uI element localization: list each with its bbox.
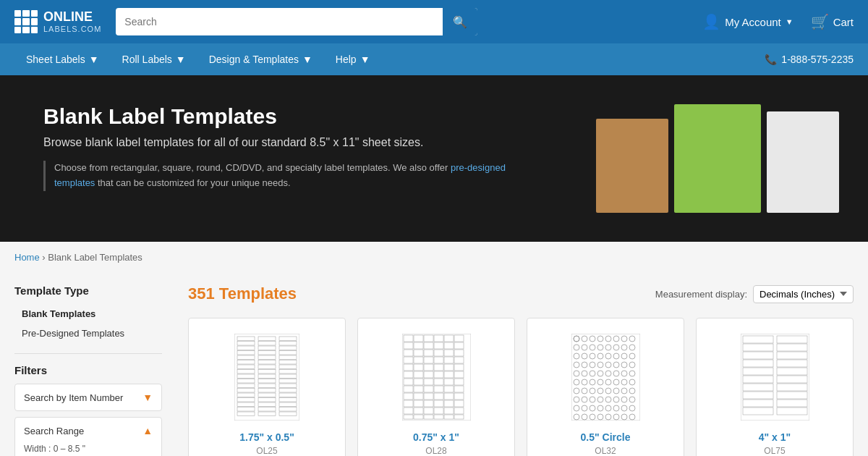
- breadcrumb-current: Blank Label Templates: [48, 252, 142, 263]
- chevron-up-icon: ▲: [142, 425, 153, 436]
- breadcrumb: Home › Blank Label Templates: [14, 252, 854, 263]
- filters-title: Filters: [14, 364, 162, 376]
- width-range-label: Width : 0 – 8.5 ": [24, 444, 153, 454]
- nav-item-roll-labels[interactable]: Roll Labels ▼: [111, 43, 197, 75]
- hero-subtitle: Browse blank label templates for all of …: [43, 136, 521, 149]
- template-card-ol75[interactable]: 4" x 1" OL75: [696, 318, 854, 456]
- hero-text: Blank Label Templates Browse blank label…: [43, 104, 521, 213]
- breadcrumb-separator: ›: [42, 252, 45, 263]
- hero-desc-text: Choose from rectangular, square, round, …: [54, 162, 451, 173]
- template-card-ol28[interactable]: 0.75" x 1" OL28: [357, 318, 515, 456]
- sidebar-divider: [14, 353, 162, 354]
- paper-brown: [596, 119, 668, 213]
- card-id-ol75: OL75: [708, 446, 841, 456]
- template-card-ol32[interactable]: 0.5" Circle OL32: [527, 318, 684, 456]
- search-bar: 🔍: [116, 8, 477, 35]
- template-card-ol25[interactable]: 1.75" x 0.5" OL25: [188, 318, 346, 456]
- svg-rect-0: [234, 334, 299, 421]
- nav-label: Sheet Labels: [26, 54, 85, 65]
- header-right: 👤 My Account ▼ 🛒 Cart: [702, 13, 854, 30]
- card-title-ol25[interactable]: 1.75" x 0.5": [200, 431, 333, 443]
- search-icon: 🔍: [453, 16, 467, 28]
- breadcrumb-home[interactable]: Home: [14, 252, 40, 263]
- hero-section: Blank Label Templates Browse blank label…: [0, 75, 868, 242]
- nav-label: Help: [336, 54, 357, 65]
- chevron-down-icon: ▼: [302, 54, 312, 65]
- template-grid: 1.75" x 0.5" OL25: [188, 318, 854, 456]
- phone-number: 1-888-575-2235: [781, 54, 854, 65]
- label-preview-ol28: [402, 334, 471, 421]
- logo-area[interactable]: ONLINELABELS.COM: [14, 10, 101, 33]
- nav-item-design-templates[interactable]: Design & Templates ▼: [197, 43, 324, 75]
- logo-grid-icon: [14, 10, 38, 33]
- label-preview-ol25: [234, 334, 299, 421]
- filter-item-number-header[interactable]: Search by Item Number ▼: [15, 384, 161, 410]
- count-number: 351: [188, 284, 215, 303]
- measurement-display: Measurement display: Decimals (Inches) F…: [655, 285, 854, 303]
- filter-range: Search Range ▲ Width : 0 – 8.5 ": [14, 417, 162, 456]
- filter-range-header[interactable]: Search Range ▲: [15, 418, 161, 444]
- measurement-label: Measurement display:: [655, 289, 747, 300]
- nav-items: Sheet Labels ▼ Roll Labels ▼ Design & Te…: [14, 43, 765, 75]
- chevron-down-icon: ▼: [142, 392, 153, 403]
- paper-white: [767, 111, 839, 213]
- nav-label: Roll Labels: [122, 54, 172, 65]
- nav-item-sheet-labels[interactable]: Sheet Labels ▼: [14, 43, 111, 75]
- card-title-ol32[interactable]: 0.5" Circle: [539, 431, 672, 443]
- cart-icon: 🛒: [811, 13, 829, 30]
- template-image-ol75: [708, 330, 841, 424]
- top-header: ONLINELABELS.COM 🔍 👤 My Account ▼ 🛒 Cart: [0, 0, 868, 43]
- chevron-down-icon: ▼: [176, 54, 186, 65]
- search-button[interactable]: 🔍: [443, 8, 477, 35]
- nav-bar: Sheet Labels ▼ Roll Labels ▼ Design & Te…: [0, 43, 868, 75]
- filter-range-label: Search Range: [24, 426, 84, 436]
- nav-label: Design & Templates: [209, 54, 299, 65]
- hero-desc-end: that can be customized for your unique n…: [95, 177, 290, 188]
- template-image-ol32: [539, 330, 672, 424]
- card-id-ol25: OL25: [200, 446, 333, 456]
- card-id-ol32: OL32: [539, 446, 672, 456]
- label-preview-ol32: [571, 334, 640, 421]
- hero-description: Choose from rectangular, square, round, …: [43, 161, 521, 191]
- measurement-select[interactable]: Decimals (Inches) Fractions (Inches) Mil…: [753, 285, 854, 303]
- cart-label: Cart: [833, 16, 854, 28]
- account-icon: 👤: [702, 13, 720, 30]
- templates-count: 351 Templates: [188, 284, 297, 303]
- hero-title: Blank Label Templates: [43, 104, 521, 129]
- template-type-title: Template Type: [14, 284, 162, 297]
- count-label-text: Templates: [219, 284, 297, 303]
- card-title-ol75[interactable]: 4" x 1": [708, 431, 841, 443]
- products-area: 351 Templates Measurement display: Decim…: [174, 273, 854, 456]
- sidebar-blank-templates[interactable]: Blank Templates: [14, 304, 162, 324]
- template-image-ol25: [200, 330, 333, 424]
- hero-images: [596, 104, 839, 213]
- filter-range-body: Width : 0 – 8.5 ": [15, 444, 161, 456]
- chevron-down-icon: ▼: [360, 54, 370, 65]
- cart-link[interactable]: 🛒 Cart: [811, 13, 854, 30]
- filter-item-number-label: Search by Item Number: [24, 392, 123, 403]
- phone-icon: 📞: [765, 54, 777, 65]
- chevron-down-icon: ▼: [89, 54, 99, 65]
- chevron-down-icon: ▼: [786, 17, 793, 26]
- sidebar: Template Type Blank Templates Pre-Design…: [14, 273, 174, 456]
- my-account-label: My Account: [725, 16, 781, 28]
- template-image-ol28: [370, 330, 503, 424]
- paper-green: [674, 104, 761, 213]
- logo-text: ONLINELABELS.COM: [43, 10, 101, 33]
- card-id-ol28: OL28: [370, 446, 503, 456]
- card-title-ol28[interactable]: 0.75" x 1": [370, 431, 503, 443]
- my-account-link[interactable]: 👤 My Account ▼: [702, 13, 793, 30]
- sidebar-predesigned-templates[interactable]: Pre-Designed Templates: [14, 324, 162, 343]
- search-input[interactable]: [116, 16, 443, 28]
- main-content: Template Type Blank Templates Pre-Design…: [0, 273, 868, 456]
- label-preview-ol75: [741, 334, 809, 421]
- nav-item-help[interactable]: Help ▼: [324, 43, 382, 75]
- breadcrumb-area: Home › Blank Label Templates: [0, 242, 868, 273]
- phone-area: 📞 1-888-575-2235: [765, 54, 854, 65]
- filter-item-number: Search by Item Number ▼: [14, 384, 162, 411]
- products-header: 351 Templates Measurement display: Decim…: [188, 284, 854, 303]
